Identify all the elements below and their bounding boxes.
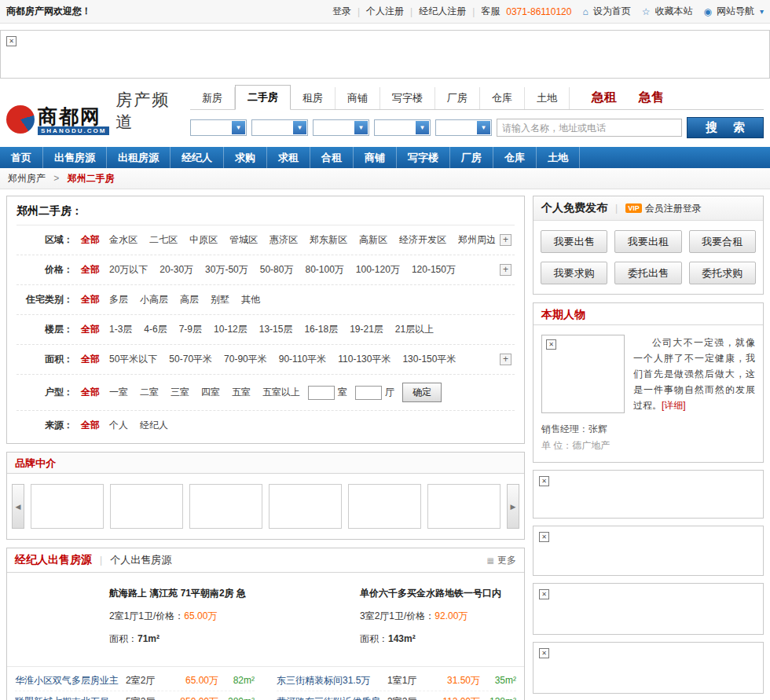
- tab-office[interactable]: 写字楼: [380, 87, 435, 109]
- filter-option[interactable]: 别墅: [211, 293, 229, 306]
- tab-factory[interactable]: 厂房: [435, 87, 480, 109]
- filter-all-link[interactable]: 全部: [81, 386, 100, 399]
- filter-option[interactable]: 其他: [241, 293, 260, 306]
- filter-option[interactable]: 高新区: [359, 233, 387, 247]
- filter-option[interactable]: 郑东新区: [310, 233, 347, 247]
- filter-option[interactable]: 50-80万: [260, 263, 294, 277]
- filter-option[interactable]: 一室: [109, 386, 128, 399]
- brand-logo-slot[interactable]: [348, 484, 421, 529]
- filter-option[interactable]: 100-120万: [356, 263, 400, 277]
- urgent-sale-link[interactable]: 急售: [639, 90, 664, 109]
- logo[interactable]: 商都网 SHANGDU.COM 房产频道: [6, 89, 185, 135]
- filter-option[interactable]: 20-30万: [160, 263, 193, 277]
- filter-option[interactable]: 经济开发区: [399, 233, 446, 247]
- filter-option[interactable]: 30万-50万: [205, 263, 248, 277]
- filter-combo-2[interactable]: ▼: [251, 119, 308, 136]
- filter-all-link[interactable]: 全部: [81, 323, 100, 336]
- listing-title[interactable]: 单价六千多买金水路地铁一号口内: [360, 587, 501, 600]
- favorite-link[interactable]: 收藏本站: [654, 5, 692, 18]
- filter-option[interactable]: 经纪人: [140, 419, 168, 432]
- filter-option[interactable]: 五室: [232, 386, 251, 399]
- ad-slot-1[interactable]: [533, 470, 764, 519]
- filter-option[interactable]: 二室: [140, 386, 159, 399]
- filter-option[interactable]: 惠济区: [270, 233, 298, 247]
- brand-logo-slot[interactable]: [110, 484, 183, 529]
- listing-photo[interactable]: [15, 585, 100, 648]
- tab-new-homes[interactable]: 新房: [190, 87, 235, 109]
- brand-logo-slot[interactable]: [189, 484, 262, 529]
- filter-option[interactable]: 小高层: [140, 293, 168, 306]
- tab-rent[interactable]: 租房: [291, 87, 336, 109]
- filter-option[interactable]: 高层: [180, 293, 199, 306]
- confirm-button[interactable]: 确定: [402, 383, 442, 402]
- filter-option[interactable]: 三室: [170, 386, 189, 399]
- nav-item[interactable]: 合租: [310, 147, 354, 168]
- publish-action-button[interactable]: 我要出租: [614, 230, 681, 253]
- listing-photo[interactable]: [266, 585, 350, 648]
- ad-slot-4[interactable]: [533, 642, 764, 694]
- publish-action-button[interactable]: 我要合租: [689, 230, 756, 253]
- filter-option[interactable]: 13-15层: [259, 323, 293, 336]
- filter-option[interactable]: 管城区: [229, 233, 258, 247]
- filter-option[interactable]: 120-150万: [412, 263, 456, 277]
- tab-agent-listings[interactable]: 经纪人出售房源: [15, 553, 92, 567]
- search-input[interactable]: [497, 119, 682, 137]
- detail-link[interactable]: [详细]: [662, 400, 686, 411]
- filter-option[interactable]: 中原区: [189, 233, 218, 247]
- filter-all-link[interactable]: 全部: [81, 293, 100, 306]
- filter-all-link[interactable]: 全部: [81, 263, 100, 277]
- filter-option[interactable]: 4-6层: [144, 323, 167, 336]
- filter-option[interactable]: 金水区: [109, 233, 138, 247]
- halls-input[interactable]: [355, 386, 382, 400]
- brand-logo-slot[interactable]: [427, 484, 500, 529]
- expand-button[interactable]: +: [500, 264, 512, 276]
- listing-link[interactable]: 东三街精装标间31.5万: [277, 674, 387, 687]
- top-ad-banner[interactable]: [0, 30, 770, 79]
- rooms-input[interactable]: [308, 386, 335, 400]
- filter-option[interactable]: 19-21层: [350, 323, 383, 336]
- listing-link[interactable]: 联盟新城七期南北五居，: [15, 695, 126, 700]
- filter-option[interactable]: 二七区: [149, 233, 178, 247]
- nav-item[interactable]: 商铺: [354, 147, 397, 168]
- nav-item[interactable]: 厂房: [450, 147, 493, 168]
- filter-option[interactable]: 10-12层: [214, 323, 248, 336]
- filter-combo-3[interactable]: ▼: [313, 119, 369, 136]
- sitemap-link[interactable]: 网站导航: [717, 5, 754, 18]
- tab-personal-listings[interactable]: 个人出售房源: [110, 553, 171, 567]
- nav-item[interactable]: 求购: [224, 147, 267, 168]
- filter-option[interactable]: 五室以上: [262, 386, 300, 399]
- tab-land[interactable]: 土地: [525, 87, 570, 109]
- filter-option[interactable]: 1-3层: [109, 323, 132, 336]
- nav-item[interactable]: 经纪人: [170, 147, 224, 168]
- filter-option[interactable]: 21层以上: [395, 323, 434, 336]
- carousel-left-arrow[interactable]: ◀: [12, 484, 24, 529]
- set-home-link[interactable]: 设为首页: [593, 5, 631, 18]
- listing-link[interactable]: 华淮小区双气多层房业主: [15, 674, 126, 687]
- filter-combo-4[interactable]: ▼: [374, 119, 431, 136]
- filter-option[interactable]: 多层: [109, 293, 128, 306]
- nav-item[interactable]: 首页: [0, 147, 43, 168]
- filter-combo-1[interactable]: ▼: [190, 119, 247, 136]
- listing-link[interactable]: 黄河路东三街附近优质房: [277, 695, 387, 700]
- publish-action-button[interactable]: 委托出售: [614, 262, 681, 284]
- nav-item[interactable]: 土地: [537, 147, 580, 168]
- filter-combo-5[interactable]: ▼: [435, 119, 492, 136]
- filter-all-link[interactable]: 全部: [81, 353, 100, 366]
- filter-all-link[interactable]: 全部: [81, 419, 100, 432]
- member-login-link[interactable]: 会员注册登录: [645, 202, 702, 215]
- expand-button[interactable]: +: [500, 354, 512, 365]
- more-link[interactable]: ▦ 更多: [487, 554, 516, 567]
- breadcrumb-root[interactable]: 郑州房产: [8, 173, 46, 184]
- filter-option[interactable]: 16-18层: [304, 323, 338, 336]
- filter-option[interactable]: 70-90平米: [224, 353, 267, 366]
- search-button[interactable]: 搜 索: [687, 117, 764, 138]
- ad-slot-3[interactable]: [533, 583, 764, 635]
- filter-option[interactable]: 90-110平米: [279, 353, 326, 366]
- tab-second-hand[interactable]: 二手房: [235, 85, 291, 110]
- filter-option[interactable]: 7-9层: [179, 323, 202, 336]
- carousel-right-arrow[interactable]: ▶: [507, 484, 519, 529]
- brand-logo-slot[interactable]: [31, 484, 104, 529]
- tab-warehouse[interactable]: 仓库: [480, 87, 525, 109]
- nav-item[interactable]: 求租: [267, 147, 310, 168]
- publish-action-button[interactable]: 我要求购: [541, 262, 607, 284]
